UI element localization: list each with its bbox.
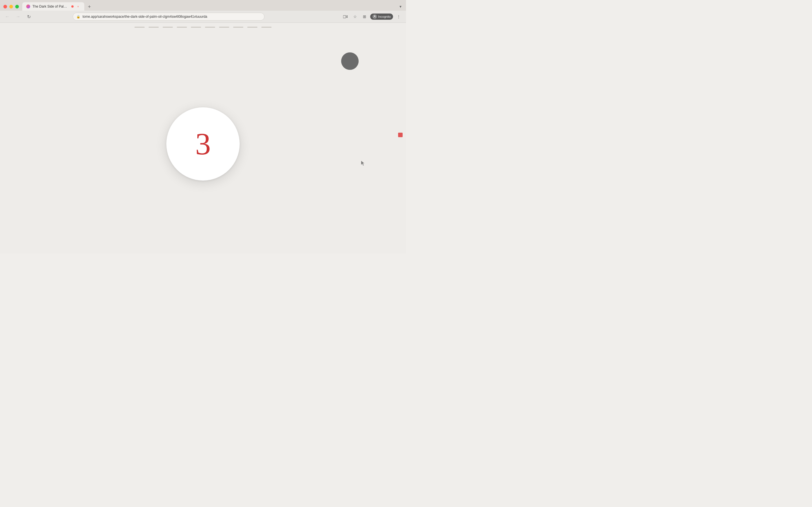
progress-dot-6: [205, 27, 215, 27]
lock-icon: 🔒: [77, 15, 80, 18]
page-content: 3: [0, 23, 406, 253]
progress-dot-2: [149, 27, 159, 27]
progress-dot-1: [135, 27, 145, 27]
tab-recording-indicator: [71, 5, 73, 8]
progress-dot-3: [163, 27, 173, 27]
progress-dot-7: [219, 27, 229, 27]
bookmark-button[interactable]: ☆: [351, 13, 359, 20]
progress-dot-4: [177, 27, 187, 27]
cursor-indicator: [361, 161, 365, 165]
tab-close-button[interactable]: ×: [76, 4, 80, 9]
url-text: tome.app/sarahsworkspace/the-dark-side-o…: [83, 15, 261, 18]
dark-circle-decoration: [341, 52, 359, 70]
progress-dot-5: [191, 27, 201, 27]
forward-button[interactable]: →: [14, 13, 22, 20]
minimize-button[interactable]: [9, 5, 13, 8]
browser-chrome: The Dark Side of Palm Oil × + ▾ ← → ↻ 🔒 …: [0, 0, 406, 23]
progress-dot-10: [261, 27, 271, 27]
more-button[interactable]: ⋮: [395, 13, 403, 20]
incognito-icon: [372, 14, 377, 19]
tab-favicon: [26, 4, 30, 8]
active-tab[interactable]: The Dark Side of Palm Oil ×: [22, 2, 84, 11]
traffic-lights: [3, 5, 19, 8]
center-circle-wrapper: 3: [166, 107, 240, 180]
center-circle: 3: [166, 107, 240, 180]
progress-dot-9: [247, 27, 257, 27]
progress-dot-8: [233, 27, 243, 27]
new-tab-button[interactable]: +: [86, 3, 93, 11]
incognito-badge[interactable]: Incognito: [370, 13, 393, 20]
address-field[interactable]: 🔒 tome.app/sarahsworkspace/the-dark-side…: [73, 13, 264, 20]
back-button[interactable]: ←: [3, 13, 11, 20]
reload-button[interactable]: ↻: [25, 13, 33, 20]
maximize-button[interactable]: [15, 5, 19, 8]
toolbar-right: ☆ ⊞ Incognito ⋮: [342, 13, 403, 20]
progress-dots: [135, 23, 271, 27]
tab-title: The Dark Side of Palm Oil: [33, 4, 69, 8]
title-bar: The Dark Side of Palm Oil × + ▾: [0, 0, 406, 11]
address-bar-row: ← → ↻ 🔒 tome.app/sarahsworkspace/the-dar…: [0, 11, 406, 22]
incognito-label: Incognito: [378, 15, 391, 18]
chevron-down-button[interactable]: ▾: [398, 3, 403, 10]
camera-button[interactable]: [342, 13, 349, 20]
split-button[interactable]: ⊞: [361, 13, 368, 20]
slide-number: 3: [195, 128, 211, 159]
svg-rect-0: [343, 15, 346, 18]
red-square-decoration: [398, 133, 403, 137]
close-button[interactable]: [3, 5, 7, 8]
tabs-bar: The Dark Side of Palm Oil × +: [22, 2, 398, 11]
